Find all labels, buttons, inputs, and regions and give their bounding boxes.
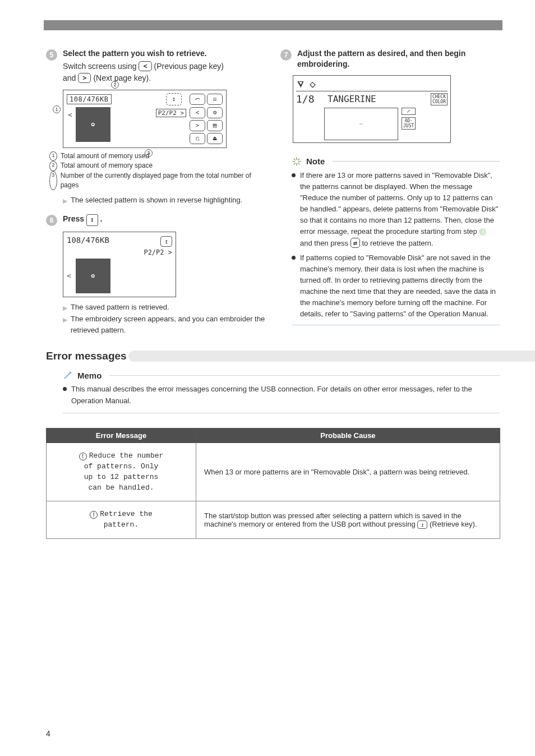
step-number-7: 7: [280, 49, 292, 61]
previous-page-key-icon: <: [139, 61, 151, 71]
step7-figure: ⛛ ◇ 1/8 TANGERINE CHECK COLOR ～ ⤢: [293, 75, 500, 143]
step5-line2a: and: [63, 73, 78, 82]
fig5-btn-undo: ⤺: [190, 94, 205, 105]
presser-foot-icon: ⛛: [296, 78, 306, 90]
legend-1: Total amount of memory used: [61, 151, 149, 161]
section-bar: [132, 351, 535, 362]
fig5-btn-settings: ⚙: [207, 107, 223, 118]
fig6-memory: 108/476KB: [67, 236, 109, 245]
err-cause-1: When 13 or more patterns are in "Removab…: [196, 443, 500, 501]
fig5-left-chevron: <: [68, 110, 72, 119]
triangle-bullet-icon: ▶: [63, 196, 67, 206]
step-ref-4-icon: 4: [479, 228, 486, 236]
memo-end-rule: [63, 413, 500, 413]
error-table: Error Message Probable Cause !Reduce the…: [46, 428, 500, 539]
fig5-btn-prev: <: [190, 107, 205, 118]
err-msg-2: Retrieve the pattern.: [100, 510, 153, 529]
step7-title: Adjust the pattern as desired, and then …: [297, 48, 500, 70]
note-end-rule: [292, 325, 500, 325]
note1-b: and then press: [300, 239, 350, 247]
step6-title-suffix: .: [100, 214, 103, 223]
table-row: !Retrieve the pattern. The start/stop bu…: [47, 501, 500, 539]
legend-3: Number of the currently displayed page f…: [61, 171, 266, 191]
legend-num-1: 1: [49, 151, 57, 161]
bullet-icon: [63, 387, 67, 391]
retrieve-inline-icon: ⇄: [350, 238, 360, 248]
step5-legend: 1Total amount of memory used 2Total amou…: [49, 151, 266, 191]
err-msg-1: Reduce the number of patterns. Only up t…: [84, 451, 164, 492]
step5-figure: 1 2 108/476KB ↥ ⤺ ☒: [63, 90, 266, 148]
color-fraction: 1/8: [296, 93, 323, 105]
color-name: TANGERINE: [328, 94, 426, 104]
memo-heading: Memo: [77, 371, 102, 380]
step-number-5: 5: [46, 49, 57, 61]
next-page-key-icon: >: [78, 73, 91, 83]
retrieve-key-icon: ↥: [417, 520, 427, 529]
callout-1: 1: [53, 105, 61, 113]
bullet-icon: [292, 173, 296, 177]
page-indicator: P2/P2 >: [156, 109, 186, 117]
header-bar: [44, 20, 502, 30]
note-item-2: If patterns copied to "Removable Disk" a…: [292, 252, 500, 320]
note-item-1: If there are 13 or more patterns saved i…: [292, 170, 500, 249]
fig5-btn-next: >: [190, 120, 205, 131]
svg-line-5: [298, 163, 299, 164]
pattern-preview: ✿: [76, 107, 110, 142]
step-6: 6 Press ↥ .: [46, 214, 266, 226]
step5-line1b: (Previous page key): [154, 62, 224, 71]
section-title: Error messages: [46, 350, 127, 362]
fig5-btn-list: ▤: [207, 120, 223, 131]
err-cause-2b: (Retrieve key).: [430, 520, 477, 528]
memo-rule: [109, 375, 500, 376]
error-header-cause: Probable Cause: [196, 428, 500, 443]
note1-a: If there are 13 or more patterns saved i…: [300, 171, 498, 236]
fig5-btn-eject: ⏏: [207, 133, 223, 144]
step6-title: Press ↥ .: [63, 214, 266, 226]
warning-icon: !: [90, 511, 98, 519]
svg-line-6: [298, 159, 299, 160]
note1-c: to retrieve the pattern.: [362, 239, 433, 247]
fig5-btn-return: ⎌: [190, 133, 205, 144]
table-row: !Reduce the number of patterns. Only up …: [47, 443, 500, 501]
step6-note-1: The saved pattern is retrieved.: [71, 302, 169, 313]
size-button: ⤢: [402, 108, 416, 115]
step-7: 7 Adjust the pattern as desired, and the…: [280, 48, 500, 70]
step-number-6: 6: [46, 215, 57, 226]
stitch-preview: ～: [324, 108, 398, 140]
memo-block: Memo This manual describes the error mes…: [63, 370, 500, 413]
step5-line2b: (Next page key).: [93, 73, 151, 82]
step-5: 5 Select the pattern you wish to retriev…: [46, 48, 266, 84]
fig6-retrieve-btn: ↥: [160, 236, 172, 247]
bullet-icon: [292, 256, 296, 260]
note-heading: Note: [306, 156, 325, 166]
fig6-pattern-preview: ✿: [76, 259, 110, 293]
step6-figure: 108/476KB ↥ P2/P2 > < ✿: [63, 232, 266, 297]
callout-2: 2: [111, 81, 119, 89]
memory-indicator: 108/476KB: [67, 94, 112, 104]
hoop-icon: ◇: [310, 78, 316, 90]
adjust-button: AD- JUST: [402, 117, 416, 130]
page-number: 4: [46, 729, 50, 738]
svg-line-4: [294, 159, 296, 160]
legend-num-2: 2: [49, 161, 57, 170]
memo-text: This manual describes the error messages…: [71, 384, 500, 407]
step5-text: Switch screens using < (Previous page ke…: [63, 61, 266, 84]
section-header: Error messages: [46, 350, 500, 362]
step5-title: Select the pattern you wish to retrieve.: [63, 48, 266, 59]
check-color-button: CHECK COLOR: [431, 93, 448, 105]
fig6-page-indicator: P2/P2 >: [144, 248, 172, 256]
note-rule: [333, 161, 500, 162]
callout-3: 3: [145, 149, 153, 157]
legend-2: Total amount of memory space: [61, 161, 153, 170]
fig6-left-chevron: <: [67, 271, 71, 280]
retrieve-key-icon: ↥: [86, 214, 98, 226]
svg-line-7: [294, 163, 296, 164]
note-block: Note If there are 13 or more patterns sa…: [292, 156, 500, 325]
fig5-btn-delete: ☒: [207, 94, 223, 105]
step6-note-2: The embroidery screen appears, and you c…: [71, 314, 266, 335]
triangle-bullet-icon: ▶: [63, 315, 67, 335]
memo-icon: [63, 370, 73, 380]
warning-icon: !: [79, 453, 87, 460]
retrieve-icon: ↥: [166, 93, 182, 105]
note2-a: If patterns copied to "Removable Disk" a…: [300, 252, 500, 320]
